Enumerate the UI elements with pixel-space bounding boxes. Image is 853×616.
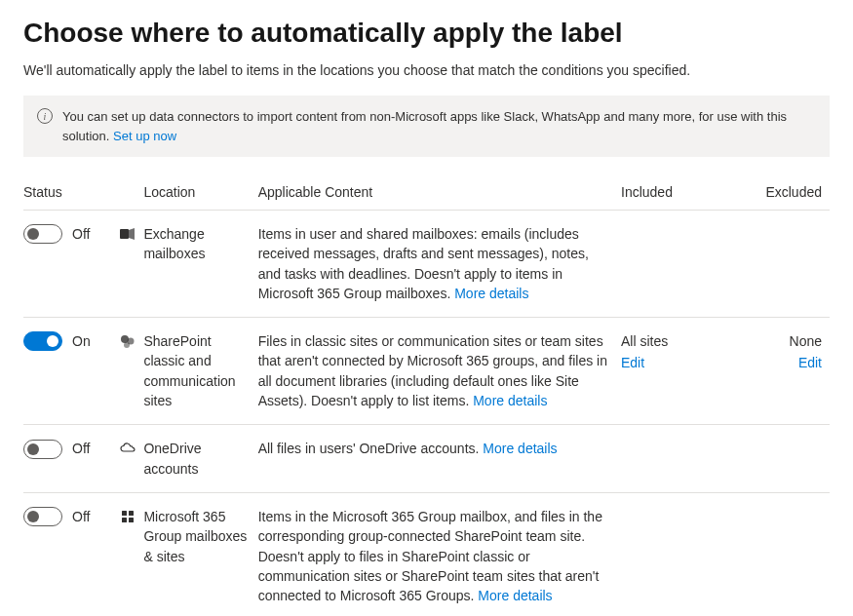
toggle-m365groups[interactable] <box>23 507 62 526</box>
info-text: You can set up data connectors to import… <box>62 107 816 145</box>
more-details-link[interactable]: More details <box>454 286 528 301</box>
location-name: OneDrive accounts <box>143 441 201 476</box>
applicable-content: All files in users' OneDrive accounts. M… <box>258 425 621 493</box>
excluded-value: None <box>790 331 822 351</box>
more-details-link[interactable]: More details <box>473 393 547 408</box>
table-row: Off Microsoft 365 Group mailboxes & site… <box>23 492 830 616</box>
applicable-content: Items in user and shared mailboxes: emai… <box>258 211 621 318</box>
toggle-onedrive[interactable] <box>23 440 62 459</box>
edit-excluded-link[interactable]: Edit <box>798 353 822 372</box>
status-label: On <box>72 331 91 351</box>
status-label: Off <box>72 507 90 526</box>
onedrive-icon <box>120 441 136 456</box>
groups-icon <box>120 509 136 524</box>
edit-included-link[interactable]: Edit <box>621 353 740 372</box>
info-icon: i <box>37 108 53 124</box>
page-subtitle: We'll automatically apply the label to i… <box>23 62 830 78</box>
info-banner: i You can set up data connectors to impo… <box>23 96 830 157</box>
svg-point-3 <box>124 342 130 348</box>
toggle-exchange[interactable] <box>23 224 62 244</box>
applicable-content: Items in the Microsoft 365 Group mailbox… <box>258 492 621 616</box>
location-name: SharePoint classic and communication sit… <box>143 333 235 408</box>
status-label: Off <box>72 439 90 458</box>
location-name: Exchange mailboxes <box>143 226 205 261</box>
toggle-sharepoint[interactable] <box>23 331 62 351</box>
col-status: Status <box>23 178 120 211</box>
svg-rect-5 <box>129 511 134 516</box>
more-details-link[interactable]: More details <box>483 441 557 456</box>
col-content: Applicable Content <box>258 178 621 211</box>
included-value: All sites <box>621 331 740 351</box>
svg-rect-4 <box>122 511 127 516</box>
sharepoint-icon <box>120 333 136 349</box>
status-label: Off <box>72 224 90 244</box>
applicable-content: Files in classic sites or communication … <box>258 318 621 425</box>
table-row: On SharePoint classic and communication … <box>23 318 830 425</box>
locations-table: Status Location Applicable Content Inclu… <box>23 178 830 616</box>
table-row: Off OneDrive accounts All files in users… <box>23 425 830 493</box>
table-row: Off Exchange mailboxes Items in user and… <box>23 211 830 318</box>
more-details-link[interactable]: More details <box>478 588 552 603</box>
col-excluded: Excluded <box>748 178 830 211</box>
col-location: Location <box>143 178 257 211</box>
svg-rect-0 <box>120 229 129 239</box>
svg-rect-7 <box>129 518 134 522</box>
exchange-icon <box>120 226 136 242</box>
page-title: Choose where to automatically apply the … <box>23 18 830 49</box>
setup-now-link[interactable]: Set up now <box>113 129 176 143</box>
svg-rect-6 <box>122 518 127 522</box>
location-name: Microsoft 365 Group mailboxes & sites <box>143 509 247 564</box>
col-included: Included <box>621 178 748 211</box>
